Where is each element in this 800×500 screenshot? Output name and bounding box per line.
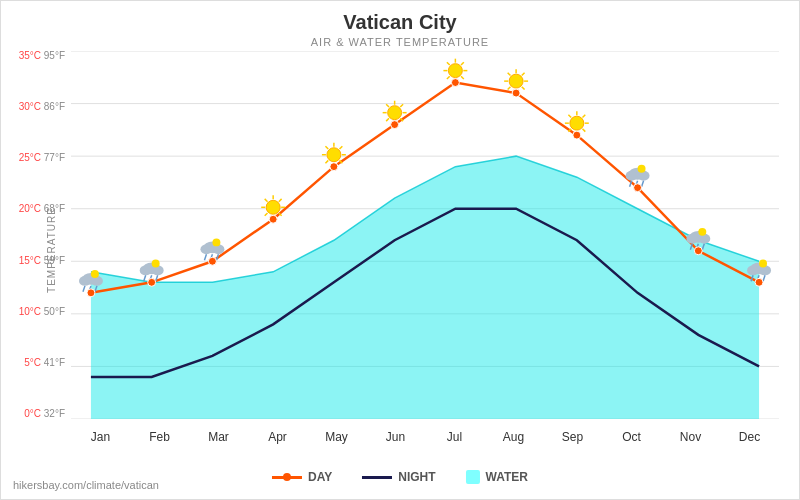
chart-title: Vatican City <box>1 1 799 34</box>
svg-point-51 <box>330 163 338 171</box>
x-axis-label: Jan <box>71 430 130 444</box>
svg-point-71 <box>451 79 459 87</box>
legend-night-line <box>362 476 392 479</box>
svg-line-98 <box>642 181 644 187</box>
svg-point-81 <box>512 89 520 97</box>
svg-line-30 <box>216 254 218 260</box>
svg-point-111 <box>759 259 767 267</box>
svg-line-35 <box>265 213 268 216</box>
svg-point-18 <box>152 265 164 275</box>
x-axis-labels: JanFebMarAprMayJunJulAugSepOctNovDec <box>71 430 779 444</box>
y-axis-label: 35°C 95°F <box>1 51 71 61</box>
svg-point-91 <box>573 131 581 139</box>
svg-point-70 <box>448 64 462 78</box>
svg-point-110 <box>759 265 771 275</box>
svg-point-41 <box>269 215 277 223</box>
y-axis-label: 10°C 50°F <box>1 307 71 317</box>
svg-line-55 <box>386 118 389 121</box>
svg-point-109 <box>747 265 759 275</box>
x-axis-label: Oct <box>602 430 661 444</box>
y-axis-label: 0°C 32°F <box>1 409 71 419</box>
legend-water-dot <box>466 470 480 484</box>
svg-line-114 <box>763 275 765 281</box>
svg-point-101 <box>686 234 698 244</box>
svg-line-45 <box>325 160 328 163</box>
legend-day-label: DAY <box>308 470 332 484</box>
y-axis-label: 30°C 86°F <box>1 102 71 112</box>
svg-line-63 <box>461 76 464 79</box>
svg-point-94 <box>638 171 650 181</box>
svg-point-17 <box>140 265 152 275</box>
svg-line-59 <box>400 104 403 107</box>
svg-point-26 <box>212 244 224 254</box>
svg-point-61 <box>391 121 399 129</box>
svg-line-20 <box>144 275 146 281</box>
svg-point-80 <box>509 74 523 88</box>
svg-point-19 <box>152 259 160 267</box>
svg-line-37 <box>265 199 268 202</box>
svg-line-69 <box>461 62 464 65</box>
svg-line-12 <box>83 286 85 292</box>
svg-point-10 <box>91 276 103 286</box>
svg-point-60 <box>388 106 402 120</box>
svg-point-95 <box>638 165 646 173</box>
svg-point-23 <box>148 278 156 286</box>
svg-line-65 <box>447 76 450 79</box>
svg-point-50 <box>327 148 341 162</box>
chart-container: Vatican City AIR & WATER TEMPERATURE TEM… <box>0 0 800 500</box>
chart-subtitle: AIR & WATER TEMPERATURE <box>1 36 799 48</box>
svg-point-93 <box>626 171 638 181</box>
svg-point-107 <box>694 247 702 255</box>
x-axis-label: Feb <box>130 430 189 444</box>
svg-line-49 <box>340 146 343 149</box>
x-axis-label: Aug <box>484 430 543 444</box>
legend-water: WATER <box>466 470 528 484</box>
svg-line-73 <box>522 87 525 90</box>
svg-line-57 <box>386 104 389 107</box>
y-axis-label: 5°C 41°F <box>1 358 71 368</box>
legend-night: NIGHT <box>362 470 435 484</box>
y-axis-label: 15°C 59°F <box>1 256 71 266</box>
x-axis-label: Apr <box>248 430 307 444</box>
svg-line-83 <box>582 129 585 132</box>
x-axis-label: May <box>307 430 366 444</box>
x-axis-label: Nov <box>661 430 720 444</box>
svg-line-47 <box>325 146 328 149</box>
svg-point-103 <box>698 228 706 236</box>
svg-line-77 <box>508 73 511 76</box>
svg-line-39 <box>279 199 282 202</box>
svg-point-15 <box>87 289 95 297</box>
legend-night-label: NIGHT <box>398 470 435 484</box>
svg-point-25 <box>200 244 212 254</box>
footer-url: hikersbay.com/climate/vatican <box>13 479 159 491</box>
svg-point-9 <box>79 276 91 286</box>
svg-line-67 <box>447 62 450 65</box>
svg-line-87 <box>568 115 571 118</box>
x-axis-label: Sep <box>543 430 602 444</box>
svg-line-75 <box>508 87 511 90</box>
svg-point-90 <box>570 116 584 130</box>
chart-area <box>71 51 779 419</box>
x-axis-label: Jun <box>366 430 425 444</box>
legend-day-line <box>272 476 302 479</box>
y-axis-labels: 35°C 95°F30°C 86°F25°C 77°F20°C 68°F15°C… <box>1 51 71 419</box>
legend-water-label: WATER <box>486 470 528 484</box>
y-axis-label: 25°C 77°F <box>1 153 71 163</box>
y-axis-label: 20°C 68°F <box>1 204 71 214</box>
svg-line-79 <box>522 73 525 76</box>
svg-point-31 <box>208 257 216 265</box>
svg-point-40 <box>266 200 280 214</box>
svg-line-89 <box>582 115 585 118</box>
svg-point-11 <box>91 270 99 278</box>
x-axis-label: Jul <box>425 430 484 444</box>
svg-point-99 <box>634 184 642 192</box>
svg-point-102 <box>698 234 710 244</box>
x-axis-label: Mar <box>189 430 248 444</box>
legend-day: DAY <box>272 470 332 484</box>
svg-point-27 <box>212 238 220 246</box>
legend: DAY NIGHT WATER <box>272 470 528 484</box>
svg-point-115 <box>755 278 763 286</box>
svg-line-28 <box>204 254 206 260</box>
x-axis-label: Dec <box>720 430 779 444</box>
